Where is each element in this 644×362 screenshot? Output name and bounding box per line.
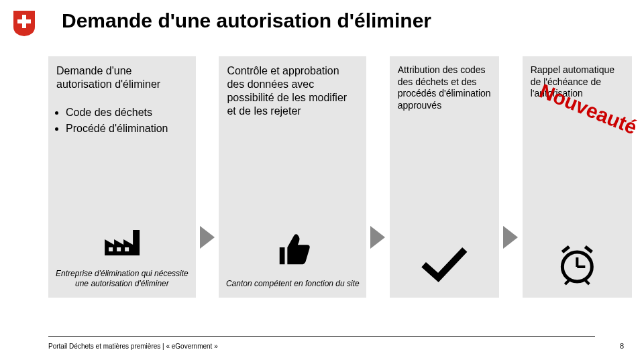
slide: Demande d'une autorisation d'éliminer De… xyxy=(0,0,644,362)
footer-divider xyxy=(48,336,595,337)
arrow-3 xyxy=(503,56,519,298)
step-1-bullets: Code des déchets Procédé d'élimination xyxy=(56,106,188,135)
arrow-1 xyxy=(200,56,215,298)
step-1-heading: Demande d'une autorisation d'éliminer xyxy=(56,64,188,91)
svg-line-8 xyxy=(565,280,569,284)
step-3: Attribution des codes des déchets et des… xyxy=(390,56,499,298)
svg-line-9 xyxy=(585,280,589,284)
svg-rect-3 xyxy=(117,247,121,251)
step-2-text: Contrôle et approbation des données avec… xyxy=(227,64,358,118)
step-1-bullet-2: Procédé d'élimination xyxy=(66,122,188,135)
page-title: Demande d'une autorisation d'éliminer xyxy=(62,9,431,33)
svg-rect-1 xyxy=(17,19,31,23)
step-2: Contrôle et approbation des données avec… xyxy=(219,56,366,298)
svg-rect-4 xyxy=(125,247,129,251)
step-1-bullet-1: Code des déchets xyxy=(66,106,188,119)
arrow-2 xyxy=(370,56,386,298)
svg-rect-2 xyxy=(109,247,113,251)
step-3-text: Attribution des codes des déchets et des… xyxy=(398,64,491,111)
checkmark-icon xyxy=(421,245,468,286)
step-1-caption: Entreprise d'élimination qui nécessite u… xyxy=(48,269,196,288)
alarm-clock-icon xyxy=(555,243,598,286)
page-number: 8 xyxy=(620,342,624,350)
footer-text: Portail Déchets et matières premières | … xyxy=(48,343,218,350)
swiss-shield-logo xyxy=(12,9,36,38)
step-1: Demande d'une autorisation d'éliminer Co… xyxy=(48,56,196,298)
step-2-caption: Canton compétent en fonction du site xyxy=(219,279,366,288)
factory-icon xyxy=(101,217,144,259)
thumbs-up-icon xyxy=(272,228,313,269)
